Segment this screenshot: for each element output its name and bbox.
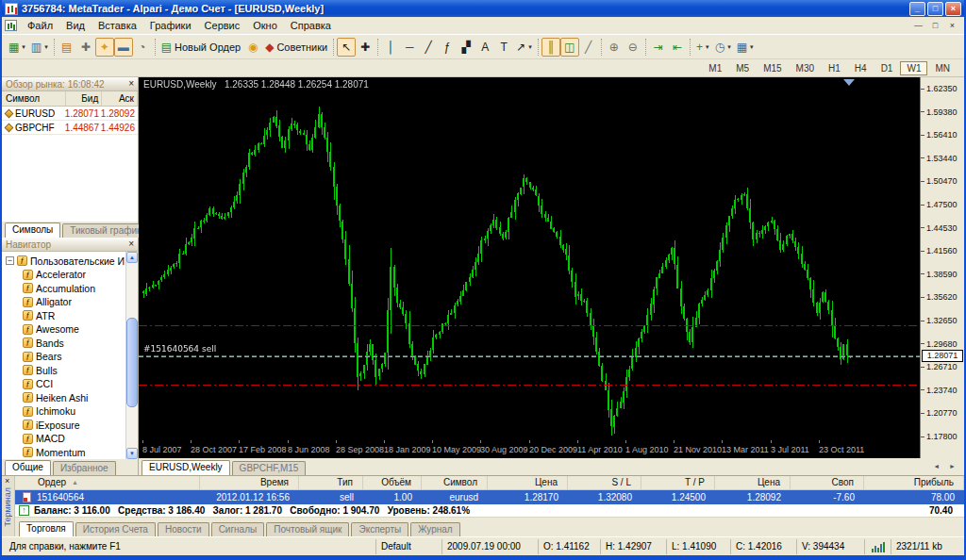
terminal-vertical-tab[interactable]: Терминал (3, 487, 12, 526)
strategy-tester-button[interactable]: ◔ (133, 38, 152, 57)
navigator-item[interactable]: ƒBands (2, 337, 138, 351)
line-chart-button[interactable]: ╱ (579, 38, 598, 57)
navigator-item[interactable]: ƒATR (2, 309, 138, 323)
price-chart-canvas[interactable] (139, 77, 920, 440)
close-icon[interactable]: × (128, 79, 134, 89)
column-header[interactable]: Прибыль (864, 476, 964, 489)
navigator-root-item[interactable]: − ƒ Пользовательские И (2, 254, 138, 268)
price-axis[interactable]: 1.623501.593801.564101.534401.504701.475… (920, 77, 964, 440)
column-header[interactable]: S / L (568, 476, 641, 489)
text-label-button[interactable]: T (494, 38, 513, 57)
close-icon[interactable]: × (5, 476, 9, 486)
terminal-tab[interactable]: Торговля (19, 521, 74, 536)
menu-item[interactable]: Вид (59, 18, 92, 33)
timeframe-m1[interactable]: M1 (702, 61, 728, 75)
navigator-tab[interactable]: Общие (5, 460, 51, 475)
menu-item[interactable]: Справка (284, 18, 338, 33)
maximize-button[interactable]: □ (927, 2, 943, 16)
navigator-item[interactable]: ƒAlligator (2, 295, 138, 309)
column-header[interactable]: Символ (422, 476, 488, 489)
menu-item[interactable]: Файл (21, 18, 59, 33)
new-chart-button[interactable]: ▦▾ (6, 38, 28, 57)
navigator-item[interactable]: ƒHeiken Ashi (2, 391, 138, 405)
column-header[interactable]: T / P (641, 476, 715, 489)
navigator-item[interactable]: ƒCCI (2, 377, 138, 391)
mdi-restore-button[interactable]: □ (928, 20, 942, 32)
navigator-item[interactable]: ƒBears (2, 350, 138, 364)
horizontal-line-button[interactable]: ─ (400, 38, 419, 57)
navigator-button[interactable]: ✦ (95, 38, 114, 57)
collapse-icon[interactable]: − (6, 256, 14, 265)
crosshair-button[interactable]: ✚ (356, 38, 375, 57)
tab-scroll-arrows[interactable]: ◄ ► (933, 463, 959, 469)
market-watch-row[interactable]: GBPCHF1.448671.44926 (2, 121, 138, 135)
timeframe-mn[interactable]: MN (928, 61, 957, 75)
channel-button[interactable]: ▞ (457, 38, 475, 57)
timeframe-m15[interactable]: M15 (757, 61, 788, 75)
chart-plot-area[interactable]: EURUSD,Weekly 1.26335 1.28448 1.26254 1.… (139, 77, 920, 440)
metaeditor-button[interactable]: ◉ (243, 38, 262, 57)
mdi-close-button[interactable]: × (945, 20, 959, 32)
mdi-minimize-button[interactable]: — (911, 20, 925, 32)
market-watch-row[interactable]: EURUSD1.280711.28092 (2, 107, 138, 121)
market-watch-button[interactable]: ▤ (58, 38, 76, 57)
chart-shift-button[interactable]: ⇤ (668, 38, 687, 57)
fibonacci-button[interactable]: ƒ (438, 38, 457, 57)
column-header[interactable]: Цена (715, 476, 791, 489)
terminal-tab[interactable]: Журнал (410, 522, 460, 536)
bar-chart-button[interactable]: ║ (541, 38, 560, 57)
scroll-up-icon[interactable]: ▲ (126, 252, 138, 263)
column-header[interactable]: Своп (791, 476, 864, 489)
timeframe-m30[interactable]: M30 (790, 61, 821, 75)
auto-scroll-button[interactable]: ⇥ (649, 38, 668, 57)
expert-advisors-button[interactable]: ◆Советники (262, 38, 330, 57)
terminal-tab[interactable]: Почтовый ящик (266, 522, 349, 536)
navigator-item[interactable]: ƒiExposure (2, 419, 138, 433)
indicators-button[interactable]: +▾ (693, 38, 712, 57)
column-header[interactable]: Цена (488, 476, 568, 489)
timeframe-d1[interactable]: D1 (874, 61, 900, 75)
terminal-tab[interactable]: Новости (158, 522, 209, 536)
navigator-scrollbar[interactable]: ▲ ▼ (125, 252, 138, 459)
navigator-item[interactable]: ƒIchimoku (2, 404, 138, 419)
navigator-tab[interactable]: Избранное (53, 461, 116, 475)
order-row[interactable]: 1516405642012.01.12 16:56sell1.00eurusd1… (15, 490, 964, 504)
navigator-item[interactable]: ƒMomentum (2, 446, 138, 460)
periods-button[interactable]: ◷▾ (712, 38, 734, 57)
timeframe-h4[interactable]: H4 (848, 61, 874, 75)
market-watch-tab[interactable]: Символы (5, 222, 60, 238)
zoom-out-button[interactable]: ⊖ (624, 38, 642, 57)
new-order-button[interactable]: ▤Новый Ордер (158, 38, 243, 57)
arrows-button[interactable]: ↗▾ (513, 38, 535, 57)
profiles-button[interactable]: ▥▾ (28, 38, 51, 57)
column-header[interactable]: Символ (2, 91, 66, 106)
column-header[interactable]: Объём (363, 476, 422, 489)
data-window-button[interactable]: ✚ (76, 38, 95, 57)
time-axis[interactable]: 8 Jul 200728 Oct 200717 Feb 20088 Jun 20… (139, 440, 920, 458)
market-watch-tab[interactable]: Тиковый график (62, 223, 148, 238)
menu-item[interactable]: Графики (143, 18, 198, 33)
terminal-tab[interactable]: Эксперты (351, 522, 408, 536)
terminal-tab[interactable]: История Счета (75, 522, 156, 536)
chart-tab[interactable]: GBPCHF,M15 (232, 461, 307, 475)
navigator-item[interactable]: ƒMACD (2, 432, 138, 446)
terminal-tab[interactable]: Сигналы (211, 522, 265, 536)
menu-item[interactable]: Сервис (198, 18, 247, 33)
cursor-button[interactable]: ↖ (337, 38, 356, 57)
scrollbar-thumb[interactable] (126, 318, 138, 407)
zoom-in-button[interactable]: ⊕ (605, 38, 624, 57)
navigator-item[interactable]: ƒAwesome (2, 322, 138, 337)
templates-button[interactable]: ▦▾ (734, 38, 757, 57)
column-header[interactable]: Ордер▲ (15, 476, 200, 489)
column-header[interactable]: Аск (102, 91, 138, 106)
navigator-item[interactable]: ƒBulls (2, 364, 138, 378)
timeframe-w1[interactable]: W1 (900, 61, 927, 75)
column-header[interactable]: Время (200, 476, 299, 489)
navigator-item[interactable]: ƒAccelerator (2, 268, 138, 282)
scroll-down-icon[interactable]: ▼ (126, 448, 138, 459)
text-button[interactable]: A (475, 38, 494, 57)
close-button[interactable]: × (945, 2, 961, 16)
menu-item[interactable]: Вставка (92, 18, 143, 33)
trendline-button[interactable]: ╱ (419, 38, 438, 57)
column-header[interactable]: Тип (299, 476, 363, 489)
